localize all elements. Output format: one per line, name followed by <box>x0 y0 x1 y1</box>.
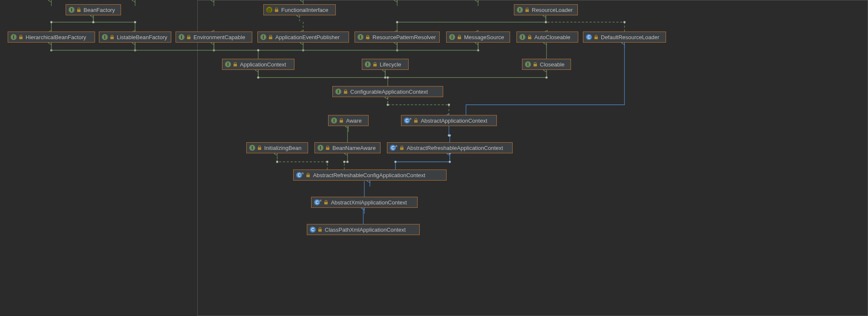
class-diagram-canvas[interactable]: BeanFactoryFunctionalInterfaceResourceLo… <box>0 0 868 316</box>
node-label: ListableBeanFactory <box>117 34 167 40</box>
node-label: ApplicationContext <box>240 61 286 68</box>
node-applicationEventPublisher[interactable]: ApplicationEventPublisher <box>257 32 349 43</box>
lock-icon <box>400 146 404 150</box>
node-label: EnvironmentCapable <box>193 34 245 40</box>
lock-icon <box>318 227 322 232</box>
node-closeable[interactable]: Closeable <box>522 59 571 70</box>
class-icon <box>310 227 316 233</box>
node-label: HierarchicalBeanFactory <box>26 34 86 40</box>
abstract-marker-icon: a <box>320 198 321 202</box>
lock-icon <box>339 118 343 123</box>
node-label: AbstractApplicationContext <box>421 118 487 124</box>
lock-icon <box>233 62 237 66</box>
interface-icon <box>365 61 371 67</box>
interface-icon <box>517 7 523 13</box>
lock-icon <box>533 62 537 66</box>
node-label: ClassPathXmlApplicationContext <box>325 227 406 233</box>
node-beanNameAware[interactable]: BeanNameAware <box>314 142 381 153</box>
lock-icon <box>528 35 532 39</box>
edge-joint-dot <box>395 161 397 163</box>
node-resourceLoader[interactable]: ResourceLoader <box>514 4 578 15</box>
lock-icon <box>525 8 529 12</box>
node-label: DefaultResourceLoader <box>601 34 659 40</box>
interface-icon <box>179 34 185 40</box>
edge-bf-children-bus <box>52 22 136 32</box>
edge-arc-ar <box>395 154 450 169</box>
node-label: AbstractRefreshableConfigApplicationCont… <box>313 172 425 178</box>
interface-icon <box>225 61 231 67</box>
edge-joint-dot <box>276 161 278 163</box>
edge-joint-dot <box>257 77 260 79</box>
edge-joint-dot <box>449 161 451 163</box>
edge-joint-dot <box>448 135 450 137</box>
node-hierarchicalBeanFactory[interactable]: HierarchicalBeanFactory <box>8 32 95 43</box>
lock-icon <box>110 35 114 39</box>
abstract-icon <box>296 172 302 178</box>
node-autoCloseable[interactable]: AutoCloseable <box>516 32 578 43</box>
lock-icon <box>187 35 191 39</box>
edge-joint-dot <box>50 21 52 23</box>
node-label: Aware <box>346 118 362 124</box>
node-classPathXmlAppCtx[interactable]: ClassPathXmlApplicationContext <box>307 224 420 235</box>
abstract-icon <box>314 199 320 205</box>
lock-icon <box>77 8 81 12</box>
lock-icon <box>306 173 310 177</box>
edge-joint-dot <box>396 49 398 52</box>
interface-icon <box>260 34 266 40</box>
edge-joint-dot <box>302 49 304 52</box>
lock-icon <box>343 89 348 94</box>
interface-icon <box>102 34 108 40</box>
lock-icon <box>274 8 279 12</box>
edge-joint-dot <box>387 77 389 79</box>
interface-icon <box>331 118 337 124</box>
node-abstractXmlAppCtx[interactable]: aAbstractXmlApplicationContext <box>311 197 418 208</box>
node-label: Closeable <box>540 61 565 68</box>
edge-joint-dot <box>326 161 329 163</box>
interface-icon <box>335 89 341 95</box>
node-resourcePatternResolver[interactable]: ResourcePatternResolver <box>355 32 440 43</box>
node-initializingBean[interactable]: InitializingBean <box>246 142 308 153</box>
node-abstractRefreshableAppCtx[interactable]: aAbstractRefreshableApplicationContext <box>387 142 513 153</box>
node-functionalInterface[interactable]: FunctionalInterface <box>263 4 336 15</box>
edge-joint-dot <box>448 104 450 106</box>
diagram-frame <box>197 0 868 316</box>
edge-joint-dot <box>213 49 215 52</box>
node-environmentCapable[interactable]: EnvironmentCapable <box>176 32 252 43</box>
edge-joint-dot <box>545 77 548 79</box>
lock-icon <box>373 62 377 66</box>
node-messageSource[interactable]: MessageSource <box>446 32 510 43</box>
abstract-icon <box>404 118 410 124</box>
edge-joint-dot <box>449 135 451 137</box>
edge-joint-dot <box>477 49 479 52</box>
abstract-marker-icon: a <box>302 171 303 175</box>
lock-icon <box>594 35 598 39</box>
node-abstractRefreshableCfgCtx[interactable]: aAbstractRefreshableConfigApplicationCon… <box>293 169 447 181</box>
lock-icon <box>257 146 262 150</box>
edge-arc-bn <box>344 154 348 169</box>
interface-icon <box>11 34 17 40</box>
node-lifecycle[interactable]: Lifecycle <box>362 59 409 70</box>
node-label: AbstractRefreshableApplicationContext <box>407 145 503 151</box>
edge-joint-dot <box>343 161 346 163</box>
node-abstractAppCtx[interactable]: aAbstractApplicationContext <box>401 115 497 126</box>
node-applicationContext[interactable]: ApplicationContext <box>222 59 294 70</box>
edge-aac-drl <box>466 43 625 115</box>
node-aware[interactable]: Aware <box>328 115 369 126</box>
lock-icon <box>366 35 370 39</box>
edge-aac-cac <box>388 98 449 115</box>
lock-icon <box>457 35 461 39</box>
node-beanFactory[interactable]: BeanFactory <box>66 4 121 15</box>
interface-icon <box>519 34 525 40</box>
node-listableBeanFactory[interactable]: ListableBeanFactory <box>99 32 171 43</box>
edge-joint-dot <box>257 49 260 52</box>
edge-joint-dot <box>387 104 389 106</box>
lock-icon <box>326 146 330 150</box>
node-defaultResourceLoader[interactable]: DefaultResourceLoader <box>583 32 666 43</box>
node-label: InitializingBean <box>264 145 301 151</box>
node-label: ResourceLoader <box>532 7 573 13</box>
edge-joint-dot <box>384 77 386 79</box>
interface-icon <box>449 34 455 40</box>
node-label: Lifecycle <box>380 61 401 68</box>
node-configurableAppCtx[interactable]: ConfigurableApplicationContext <box>332 86 443 97</box>
edge-joint-dot <box>545 21 547 23</box>
